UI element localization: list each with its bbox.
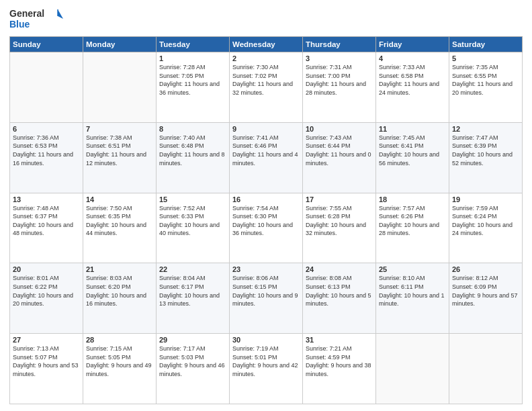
day-number: 29 — [159, 336, 226, 344]
day-number: 10 — [306, 125, 373, 133]
day-number: 25 — [379, 265, 446, 273]
weekday-header-monday: Monday — [83, 37, 157, 52]
day-info: Sunrise: 7:43 AM Sunset: 6:44 PM Dayligh… — [306, 134, 373, 167]
weekday-header-sunday: Sunday — [10, 37, 83, 52]
calendar-cell: 15Sunrise: 7:52 AM Sunset: 6:33 PM Dayli… — [157, 193, 230, 263]
day-info: Sunrise: 7:17 AM Sunset: 5:03 PM Dayligh… — [159, 345, 226, 378]
day-info: Sunrise: 8:06 AM Sunset: 6:15 PM Dayligh… — [232, 274, 300, 308]
day-number: 11 — [379, 125, 446, 133]
calendar-week-5: 27Sunrise: 7:13 AM Sunset: 5:07 PM Dayli… — [10, 334, 523, 404]
weekday-header-tuesday: Tuesday — [157, 37, 230, 52]
day-info: Sunrise: 7:45 AM Sunset: 6:41 PM Dayligh… — [379, 134, 446, 167]
day-info: Sunrise: 7:33 AM Sunset: 6:58 PM Dayligh… — [379, 63, 446, 97]
calendar-cell: 23Sunrise: 8:06 AM Sunset: 6:15 PM Dayli… — [230, 263, 303, 334]
weekday-header-row: SundayMondayTuesdayWednesdayThursdayFrid… — [10, 37, 523, 52]
day-number: 6 — [13, 125, 80, 133]
day-number: 22 — [159, 265, 226, 273]
day-number: 16 — [232, 195, 300, 203]
calendar-cell: 8Sunrise: 7:40 AM Sunset: 6:48 PM Daylig… — [157, 122, 230, 193]
day-number: 3 — [306, 54, 373, 62]
calendar-cell — [83, 52, 157, 123]
day-info: Sunrise: 7:28 AM Sunset: 7:05 PM Dayligh… — [159, 63, 226, 97]
day-number: 19 — [452, 195, 519, 203]
weekday-header-saturday: Saturday — [449, 37, 523, 52]
day-info: Sunrise: 8:03 AM Sunset: 6:20 PM Dayligh… — [86, 274, 153, 308]
day-info: Sunrise: 7:19 AM Sunset: 5:01 PM Dayligh… — [232, 345, 300, 378]
day-info: Sunrise: 7:54 AM Sunset: 6:30 PM Dayligh… — [232, 204, 300, 238]
svg-marker-2 — [58, 9, 63, 19]
day-info: Sunrise: 7:30 AM Sunset: 7:02 PM Dayligh… — [232, 63, 300, 97]
day-number: 20 — [13, 265, 80, 273]
day-number: 1 — [159, 54, 226, 62]
day-info: Sunrise: 7:40 AM Sunset: 6:48 PM Dayligh… — [159, 134, 226, 167]
calendar-cell: 16Sunrise: 7:54 AM Sunset: 6:30 PM Dayli… — [230, 193, 303, 263]
calendar-cell: 6Sunrise: 7:36 AM Sunset: 6:53 PM Daylig… — [10, 122, 83, 193]
calendar-cell: 30Sunrise: 7:19 AM Sunset: 5:01 PM Dayli… — [230, 334, 303, 404]
calendar-cell: 13Sunrise: 7:48 AM Sunset: 6:37 PM Dayli… — [10, 193, 83, 263]
day-info: Sunrise: 7:21 AM Sunset: 4:59 PM Dayligh… — [306, 345, 373, 378]
day-number: 9 — [232, 125, 300, 133]
day-number: 15 — [159, 195, 226, 203]
day-number: 4 — [379, 54, 446, 62]
day-number: 24 — [306, 265, 373, 273]
calendar-cell — [376, 334, 449, 404]
day-info: Sunrise: 8:10 AM Sunset: 6:11 PM Dayligh… — [379, 274, 446, 308]
day-number: 27 — [13, 336, 80, 344]
calendar-cell: 24Sunrise: 8:08 AM Sunset: 6:13 PM Dayli… — [303, 263, 376, 334]
calendar-cell: 10Sunrise: 7:43 AM Sunset: 6:44 PM Dayli… — [303, 122, 376, 193]
day-info: Sunrise: 8:01 AM Sunset: 6:22 PM Dayligh… — [13, 274, 80, 308]
day-info: Sunrise: 7:38 AM Sunset: 6:51 PM Dayligh… — [86, 134, 153, 167]
calendar-cell: 14Sunrise: 7:50 AM Sunset: 6:35 PM Dayli… — [83, 193, 157, 263]
calendar-cell: 1Sunrise: 7:28 AM Sunset: 7:05 PM Daylig… — [157, 52, 230, 123]
calendar-cell: 12Sunrise: 7:47 AM Sunset: 6:39 PM Dayli… — [449, 122, 523, 193]
day-info: Sunrise: 7:41 AM Sunset: 6:46 PM Dayligh… — [232, 134, 300, 167]
calendar-week-2: 6Sunrise: 7:36 AM Sunset: 6:53 PM Daylig… — [10, 122, 523, 193]
day-number: 23 — [232, 265, 300, 273]
day-info: Sunrise: 7:47 AM Sunset: 6:39 PM Dayligh… — [452, 134, 519, 167]
day-info: Sunrise: 7:52 AM Sunset: 6:33 PM Dayligh… — [159, 204, 226, 238]
day-info: Sunrise: 7:57 AM Sunset: 6:26 PM Dayligh… — [379, 204, 446, 238]
weekday-header-thursday: Thursday — [303, 37, 376, 52]
day-info: Sunrise: 7:35 AM Sunset: 6:55 PM Dayligh… — [452, 63, 519, 97]
calendar-table: SundayMondayTuesdayWednesdayThursdayFrid… — [9, 36, 523, 404]
calendar-cell: 3Sunrise: 7:31 AM Sunset: 7:00 PM Daylig… — [303, 52, 376, 123]
calendar-cell: 11Sunrise: 7:45 AM Sunset: 6:41 PM Dayli… — [376, 122, 449, 193]
day-info: Sunrise: 8:04 AM Sunset: 6:17 PM Dayligh… — [159, 274, 226, 308]
calendar-week-1: 1Sunrise: 7:28 AM Sunset: 7:05 PM Daylig… — [10, 52, 523, 123]
calendar-cell: 29Sunrise: 7:17 AM Sunset: 5:03 PM Dayli… — [157, 334, 230, 404]
day-number: 28 — [86, 336, 153, 344]
header: General Blue — [9, 7, 523, 32]
calendar-cell — [10, 52, 83, 123]
day-info: Sunrise: 7:36 AM Sunset: 6:53 PM Dayligh… — [13, 134, 80, 167]
calendar-cell: 27Sunrise: 7:13 AM Sunset: 5:07 PM Dayli… — [10, 334, 83, 404]
day-number: 2 — [232, 54, 300, 62]
calendar-cell: 31Sunrise: 7:21 AM Sunset: 4:59 PM Dayli… — [303, 334, 376, 404]
day-info: Sunrise: 7:15 AM Sunset: 5:05 PM Dayligh… — [86, 345, 153, 378]
day-info: Sunrise: 8:12 AM Sunset: 6:09 PM Dayligh… — [452, 274, 519, 308]
day-number: 30 — [232, 336, 300, 344]
day-number: 18 — [379, 195, 446, 203]
day-info: Sunrise: 8:08 AM Sunset: 6:13 PM Dayligh… — [306, 274, 373, 308]
day-number: 8 — [159, 125, 226, 133]
day-number: 21 — [86, 265, 153, 273]
calendar-cell: 25Sunrise: 8:10 AM Sunset: 6:11 PM Dayli… — [376, 263, 449, 334]
weekday-header-friday: Friday — [376, 37, 449, 52]
day-number: 12 — [452, 125, 519, 133]
page: General Blue SundayMondayTuesdayWednesda… — [0, 0, 532, 411]
calendar-cell: 18Sunrise: 7:57 AM Sunset: 6:26 PM Dayli… — [376, 193, 449, 263]
day-number: 17 — [306, 195, 373, 203]
day-info: Sunrise: 7:31 AM Sunset: 7:00 PM Dayligh… — [306, 63, 373, 97]
logo: General Blue — [9, 7, 63, 32]
day-number: 26 — [452, 265, 519, 273]
day-info: Sunrise: 7:48 AM Sunset: 6:37 PM Dayligh… — [13, 204, 80, 238]
logo-icon: General Blue — [9, 7, 63, 32]
svg-text:Blue: Blue — [9, 19, 30, 30]
calendar-cell: 20Sunrise: 8:01 AM Sunset: 6:22 PM Dayli… — [10, 263, 83, 334]
day-info: Sunrise: 7:50 AM Sunset: 6:35 PM Dayligh… — [86, 204, 153, 238]
day-number: 31 — [306, 336, 373, 344]
day-number: 13 — [13, 195, 80, 203]
calendar-cell: 28Sunrise: 7:15 AM Sunset: 5:05 PM Dayli… — [83, 334, 157, 404]
calendar-cell: 2Sunrise: 7:30 AM Sunset: 7:02 PM Daylig… — [230, 52, 303, 123]
day-info: Sunrise: 7:13 AM Sunset: 5:07 PM Dayligh… — [13, 345, 80, 378]
calendar-cell: 22Sunrise: 8:04 AM Sunset: 6:17 PM Dayli… — [157, 263, 230, 334]
